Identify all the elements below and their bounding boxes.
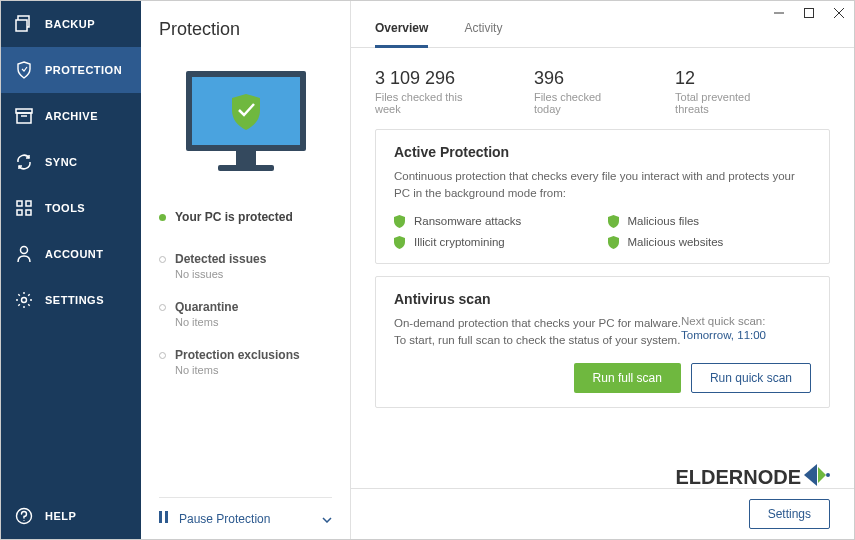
info-title: Protection exclusions	[175, 348, 300, 362]
brand-logo: ELDERNODE	[675, 464, 830, 491]
sidebar-item-label: ACCOUNT	[45, 248, 104, 260]
shield-bullet-icon	[394, 236, 405, 249]
stat-files-week: 3 109 296 Files checked this week	[375, 68, 484, 115]
sidebar-item-tools[interactable]: TOOLS	[1, 185, 141, 231]
sidebar-item-label: HELP	[45, 510, 76, 522]
svg-rect-20	[805, 9, 814, 18]
sidebar-item-label: SETTINGS	[45, 294, 104, 306]
run-full-scan-button[interactable]: Run full scan	[574, 363, 681, 393]
sidebar-item-settings[interactable]: SETTINGS	[1, 277, 141, 323]
maximize-button[interactable]	[794, 1, 824, 25]
sidebar-item-help[interactable]: HELP	[1, 493, 141, 539]
svg-rect-6	[26, 201, 31, 206]
info-dot-icon	[159, 352, 166, 359]
sidebar-item-protection[interactable]: PROTECTION	[1, 47, 141, 93]
sidebar-item-label: BACKUP	[45, 18, 95, 30]
stat-value: 3 109 296	[375, 68, 484, 89]
sidebar-item-label: TOOLS	[45, 202, 85, 214]
settings-button[interactable]: Settings	[749, 499, 830, 529]
info-dot-icon	[159, 256, 166, 263]
info-sub: No items	[175, 364, 300, 376]
svg-rect-16	[218, 165, 274, 171]
info-sub: No issues	[175, 268, 266, 280]
sidebar-item-account[interactable]: ACCOUNT	[1, 231, 141, 277]
sidebar-item-label: SYNC	[45, 156, 78, 168]
next-scan-label: Next quick scan:	[681, 315, 811, 327]
sidebar-item-label: PROTECTION	[45, 64, 122, 76]
card-active-protection: Active Protection Continuous protection …	[375, 129, 830, 264]
svg-point-12	[23, 520, 24, 521]
next-scan-value: Tomorrow, 11:00	[681, 329, 811, 341]
tab-activity[interactable]: Activity	[464, 1, 502, 47]
stats-row: 3 109 296 Files checked this week 396 Fi…	[351, 48, 854, 129]
info-exclusions[interactable]: Protection exclusions No items	[159, 348, 332, 376]
main-footer: Settings	[351, 488, 854, 539]
card-heading: Active Protection	[394, 144, 811, 160]
svg-rect-8	[26, 210, 31, 215]
card-heading: Antivirus scan	[394, 291, 811, 307]
stat-label: Files checked today	[534, 91, 625, 115]
main-panel: Overview Activity 3 109 296 Files checke…	[351, 1, 854, 539]
bullet-item: Malicious files	[608, 215, 812, 228]
info-title: Detected issues	[175, 252, 266, 266]
window-controls	[764, 1, 854, 25]
stat-value: 396	[534, 68, 625, 89]
close-button[interactable]	[824, 1, 854, 25]
minimize-button[interactable]	[764, 1, 794, 25]
grid-icon	[15, 199, 33, 217]
stat-threats: 12 Total prevented threats	[675, 68, 780, 115]
monitor-illustration	[176, 66, 316, 190]
svg-rect-5	[17, 201, 22, 206]
chevron-down-icon	[322, 512, 332, 526]
svg-rect-18	[165, 511, 168, 523]
svg-rect-7	[17, 210, 22, 215]
archive-icon	[15, 107, 33, 125]
stat-label: Total prevented threats	[675, 91, 780, 115]
svg-rect-1	[16, 20, 27, 31]
bullet-item: Illicit cryptomining	[394, 236, 598, 249]
tab-overview[interactable]: Overview	[375, 1, 428, 48]
info-detected-issues[interactable]: Detected issues No issues	[159, 252, 332, 280]
logo-triangle-icon	[804, 464, 830, 491]
middle-panel: Protection Your PC is protected Detected…	[141, 1, 351, 539]
svg-rect-3	[17, 113, 31, 123]
info-sub: No items	[175, 316, 238, 328]
info-dot-icon	[159, 304, 166, 311]
sidebar-item-label: ARCHIVE	[45, 110, 98, 122]
card-antivirus-scan: Antivirus scan On-demand protection that…	[375, 276, 830, 409]
user-icon	[15, 245, 33, 263]
pause-label: Pause Protection	[179, 512, 270, 526]
shield-bullet-icon	[608, 215, 619, 228]
stat-label: Files checked this week	[375, 91, 484, 115]
status-dot-icon	[159, 214, 166, 221]
sidebar-item-backup[interactable]: BACKUP	[1, 1, 141, 47]
pause-icon	[159, 511, 169, 526]
gear-icon	[15, 291, 33, 309]
bullet-list: Ransomware attacks Malicious files Illic…	[394, 215, 811, 249]
sidebar-item-sync[interactable]: SYNC	[1, 139, 141, 185]
shield-bullet-icon	[394, 215, 405, 228]
sidebar-item-archive[interactable]: ARCHIVE	[1, 93, 141, 139]
app-window: BACKUP PROTECTION ARCHIVE SYNC TOOLS	[0, 0, 855, 540]
status-row: Your PC is protected	[159, 210, 332, 224]
svg-rect-17	[159, 511, 162, 523]
svg-point-23	[826, 473, 830, 477]
backup-icon	[15, 15, 33, 33]
page-title: Protection	[159, 19, 332, 40]
card-desc: Continuous protection that checks every …	[394, 168, 811, 203]
pause-protection-button[interactable]: Pause Protection	[159, 497, 332, 539]
bullet-item: Malicious websites	[608, 236, 812, 249]
info-quarantine[interactable]: Quarantine No items	[159, 300, 332, 328]
sidebar: BACKUP PROTECTION ARCHIVE SYNC TOOLS	[1, 1, 141, 539]
stat-value: 12	[675, 68, 780, 89]
bullet-item: Ransomware attacks	[394, 215, 598, 228]
button-row: Run full scan Run quick scan	[394, 363, 811, 393]
run-quick-scan-button[interactable]: Run quick scan	[691, 363, 811, 393]
help-icon	[15, 507, 33, 525]
svg-point-10	[22, 298, 27, 303]
info-title: Quarantine	[175, 300, 238, 314]
shield-bullet-icon	[608, 236, 619, 249]
status-text: Your PC is protected	[175, 210, 293, 224]
svg-rect-15	[236, 151, 256, 165]
shield-icon	[15, 61, 33, 79]
